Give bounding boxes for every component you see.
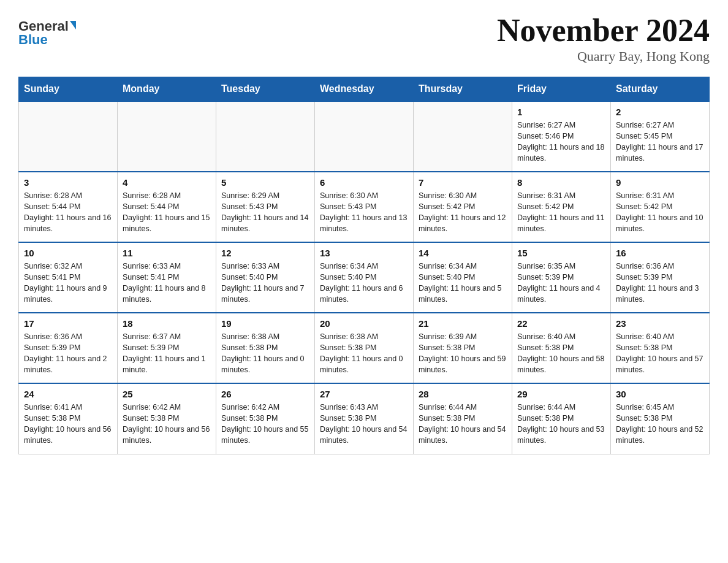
day-cell (19, 101, 118, 172)
logo: General Blue (18, 18, 76, 48)
title-block: November 2024 Quarry Bay, Hong Kong (497, 12, 710, 64)
day-info: Sunrise: 6:39 AM Sunset: 5:38 PM Dayligh… (419, 331, 507, 376)
day-number: 6 (320, 177, 408, 188)
day-number: 18 (123, 318, 211, 329)
logo-blue-text: Blue (18, 32, 48, 48)
day-info: Sunrise: 6:27 AM Sunset: 5:45 PM Dayligh… (616, 120, 704, 164)
day-cell (118, 101, 216, 172)
page-subtitle: Quarry Bay, Hong Kong (497, 48, 710, 64)
day-number: 17 (24, 318, 112, 329)
column-header-wednesday: Wednesday (315, 77, 414, 102)
day-cell: 29Sunrise: 6:44 AM Sunset: 5:38 PM Dayli… (512, 383, 611, 454)
day-cell: 4Sunrise: 6:28 AM Sunset: 5:44 PM Daylig… (118, 172, 216, 242)
page-header: General Blue November 2024 Quarry Bay, H… (18, 12, 710, 64)
day-cell: 21Sunrise: 6:39 AM Sunset: 5:38 PM Dayli… (414, 313, 512, 383)
day-cell: 8Sunrise: 6:31 AM Sunset: 5:42 PM Daylig… (512, 172, 611, 242)
day-cell: 19Sunrise: 6:38 AM Sunset: 5:38 PM Dayli… (216, 313, 315, 383)
day-info: Sunrise: 6:38 AM Sunset: 5:38 PM Dayligh… (221, 331, 309, 376)
day-info: Sunrise: 6:36 AM Sunset: 5:39 PM Dayligh… (24, 331, 112, 376)
day-number: 21 (419, 318, 507, 329)
week-row-4: 17Sunrise: 6:36 AM Sunset: 5:39 PM Dayli… (19, 313, 710, 383)
day-number: 28 (419, 389, 507, 399)
day-info: Sunrise: 6:45 AM Sunset: 5:38 PM Dayligh… (616, 402, 704, 446)
day-number: 24 (24, 389, 112, 399)
day-number: 19 (221, 318, 309, 329)
day-cell: 16Sunrise: 6:36 AM Sunset: 5:39 PM Dayli… (611, 242, 710, 313)
calendar-table: SundayMondayTuesdayWednesdayThursdayFrid… (18, 77, 710, 454)
day-info: Sunrise: 6:44 AM Sunset: 5:38 PM Dayligh… (517, 402, 605, 446)
page-title: November 2024 (497, 12, 710, 48)
day-number: 15 (517, 248, 605, 258)
day-cell: 5Sunrise: 6:29 AM Sunset: 5:43 PM Daylig… (216, 172, 315, 242)
day-number: 22 (517, 318, 605, 329)
column-header-tuesday: Tuesday (216, 77, 315, 102)
day-cell: 7Sunrise: 6:30 AM Sunset: 5:42 PM Daylig… (414, 172, 512, 242)
day-number: 2 (616, 107, 704, 117)
day-info: Sunrise: 6:32 AM Sunset: 5:41 PM Dayligh… (24, 261, 112, 305)
day-info: Sunrise: 6:33 AM Sunset: 5:40 PM Dayligh… (221, 261, 309, 305)
day-cell: 13Sunrise: 6:34 AM Sunset: 5:40 PM Dayli… (315, 242, 414, 313)
day-number: 29 (517, 389, 605, 399)
day-number: 12 (221, 248, 309, 258)
column-header-sunday: Sunday (19, 77, 118, 102)
day-cell: 14Sunrise: 6:34 AM Sunset: 5:40 PM Dayli… (414, 242, 512, 313)
day-info: Sunrise: 6:28 AM Sunset: 5:44 PM Dayligh… (123, 190, 211, 235)
day-info: Sunrise: 6:35 AM Sunset: 5:39 PM Dayligh… (517, 261, 605, 305)
day-info: Sunrise: 6:41 AM Sunset: 5:38 PM Dayligh… (24, 402, 112, 446)
day-info: Sunrise: 6:30 AM Sunset: 5:43 PM Dayligh… (320, 190, 408, 235)
day-info: Sunrise: 6:34 AM Sunset: 5:40 PM Dayligh… (419, 261, 507, 305)
day-cell: 26Sunrise: 6:42 AM Sunset: 5:38 PM Dayli… (216, 383, 315, 454)
day-cell: 17Sunrise: 6:36 AM Sunset: 5:39 PM Dayli… (19, 313, 118, 383)
day-cell (414, 101, 512, 172)
day-number: 23 (616, 318, 704, 329)
day-number: 26 (221, 389, 309, 399)
day-info: Sunrise: 6:28 AM Sunset: 5:44 PM Dayligh… (24, 190, 112, 235)
logo-arrow-icon (70, 21, 76, 29)
header-row: SundayMondayTuesdayWednesdayThursdayFrid… (19, 77, 710, 102)
day-cell: 6Sunrise: 6:30 AM Sunset: 5:43 PM Daylig… (315, 172, 414, 242)
day-info: Sunrise: 6:40 AM Sunset: 5:38 PM Dayligh… (616, 331, 704, 376)
day-info: Sunrise: 6:30 AM Sunset: 5:42 PM Dayligh… (419, 190, 507, 235)
day-cell: 11Sunrise: 6:33 AM Sunset: 5:41 PM Dayli… (118, 242, 216, 313)
day-cell: 22Sunrise: 6:40 AM Sunset: 5:38 PM Dayli… (512, 313, 611, 383)
day-number: 20 (320, 318, 408, 329)
day-info: Sunrise: 6:36 AM Sunset: 5:39 PM Dayligh… (616, 261, 704, 305)
calendar-body: 1Sunrise: 6:27 AM Sunset: 5:46 PM Daylig… (19, 101, 710, 454)
day-info: Sunrise: 6:33 AM Sunset: 5:41 PM Dayligh… (123, 261, 211, 305)
column-header-monday: Monday (118, 77, 216, 102)
day-cell: 20Sunrise: 6:38 AM Sunset: 5:38 PM Dayli… (315, 313, 414, 383)
day-number: 16 (616, 248, 704, 258)
day-cell: 23Sunrise: 6:40 AM Sunset: 5:38 PM Dayli… (611, 313, 710, 383)
column-header-thursday: Thursday (414, 77, 512, 102)
day-number: 13 (320, 248, 408, 258)
day-info: Sunrise: 6:42 AM Sunset: 5:38 PM Dayligh… (221, 402, 309, 446)
week-row-5: 24Sunrise: 6:41 AM Sunset: 5:38 PM Dayli… (19, 383, 710, 454)
day-number: 11 (123, 248, 211, 258)
day-info: Sunrise: 6:40 AM Sunset: 5:38 PM Dayligh… (517, 331, 605, 376)
day-cell: 24Sunrise: 6:41 AM Sunset: 5:38 PM Dayli… (19, 383, 118, 454)
day-number: 5 (221, 177, 309, 188)
day-cell: 28Sunrise: 6:44 AM Sunset: 5:38 PM Dayli… (414, 383, 512, 454)
day-number: 9 (616, 177, 704, 188)
day-cell (315, 101, 414, 172)
day-number: 4 (123, 177, 211, 188)
day-info: Sunrise: 6:27 AM Sunset: 5:46 PM Dayligh… (517, 120, 605, 164)
day-info: Sunrise: 6:44 AM Sunset: 5:38 PM Dayligh… (419, 402, 507, 446)
day-number: 27 (320, 389, 408, 399)
day-info: Sunrise: 6:31 AM Sunset: 5:42 PM Dayligh… (616, 190, 704, 235)
week-row-2: 3Sunrise: 6:28 AM Sunset: 5:44 PM Daylig… (19, 172, 710, 242)
day-info: Sunrise: 6:34 AM Sunset: 5:40 PM Dayligh… (320, 261, 408, 305)
day-cell: 12Sunrise: 6:33 AM Sunset: 5:40 PM Dayli… (216, 242, 315, 313)
day-number: 30 (616, 389, 704, 399)
day-number: 8 (517, 177, 605, 188)
day-number: 7 (419, 177, 507, 188)
day-number: 3 (24, 177, 112, 188)
day-info: Sunrise: 6:31 AM Sunset: 5:42 PM Dayligh… (517, 190, 605, 235)
logo-blue-label: Blue (18, 32, 48, 47)
day-cell: 30Sunrise: 6:45 AM Sunset: 5:38 PM Dayli… (611, 383, 710, 454)
week-row-1: 1Sunrise: 6:27 AM Sunset: 5:46 PM Daylig… (19, 101, 710, 172)
day-cell: 15Sunrise: 6:35 AM Sunset: 5:39 PM Dayli… (512, 242, 611, 313)
day-info: Sunrise: 6:29 AM Sunset: 5:43 PM Dayligh… (221, 190, 309, 235)
day-cell: 25Sunrise: 6:42 AM Sunset: 5:38 PM Dayli… (118, 383, 216, 454)
calendar-header: SundayMondayTuesdayWednesdayThursdayFrid… (19, 77, 710, 102)
